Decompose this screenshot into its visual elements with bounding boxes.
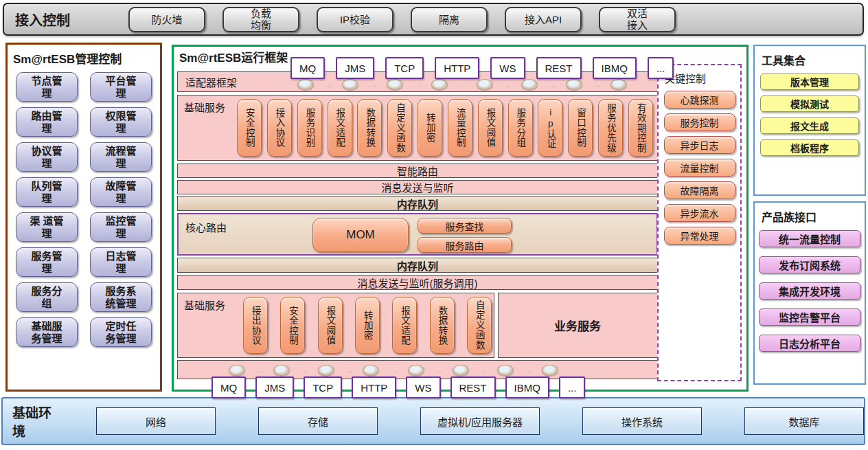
access-control-button[interactable]: 接入API bbox=[505, 7, 582, 32]
protocol-box[interactable]: WS bbox=[490, 57, 525, 79]
service-pill[interactable]: 自定义函数 bbox=[387, 99, 412, 157]
management-button[interactable]: 路由管理 bbox=[16, 107, 78, 137]
service-pill[interactable]: 服务分组 bbox=[508, 99, 533, 157]
service-pill[interactable]: 窗口控制 bbox=[568, 99, 593, 157]
key-control-button[interactable]: 心跳探测 bbox=[664, 91, 735, 109]
message-listen-band: 消息发送与监听 bbox=[177, 180, 658, 194]
product-family-button[interactable]: 日志分析平台 bbox=[759, 335, 860, 352]
management-button[interactable]: 节点管理 bbox=[16, 72, 78, 102]
key-control-button[interactable]: 故障隔离 bbox=[664, 181, 735, 199]
service-pill[interactable]: 接入协议 bbox=[267, 99, 292, 157]
product-family-panel: 产品族接口 统一流量控制发布订阅系统集成开发环境监控告警平台日志分析平台 bbox=[753, 201, 866, 385]
connector-node-icon bbox=[229, 365, 245, 376]
service-pill[interactable]: 接出协议 bbox=[243, 297, 268, 354]
service-route-box[interactable]: 服务路由 bbox=[418, 237, 512, 253]
management-button[interactable]: 渠 道管理 bbox=[16, 212, 78, 242]
protocol-box[interactable]: ... bbox=[648, 57, 674, 79]
protocol-box[interactable]: HTTP bbox=[435, 57, 479, 79]
protocol-box[interactable]: MQ bbox=[290, 57, 325, 79]
key-control-button[interactable]: 服务控制 bbox=[664, 113, 735, 131]
service-pill[interactable]: 转加密 bbox=[355, 297, 380, 354]
tool-button[interactable]: 报文生成 bbox=[760, 117, 859, 134]
protocol-box[interactable]: JMS bbox=[336, 57, 374, 79]
service-pill[interactable]: 数据转换 bbox=[430, 297, 455, 354]
management-button[interactable]: 协议管理 bbox=[16, 142, 78, 172]
key-control-button[interactable]: 流量控制 bbox=[664, 159, 735, 177]
esb-architecture-diagram: 接入控制 防火墙负载 均衡IP校验隔离接入API双活 接入 Sm@rtESB管理… bbox=[0, 0, 868, 450]
management-button[interactable]: 流程管理 bbox=[90, 142, 152, 172]
service-lookup-box[interactable]: 服务查找 bbox=[418, 218, 512, 234]
service-pill[interactable]: 安全控制 bbox=[280, 297, 305, 354]
environment-box[interactable]: 存储 bbox=[258, 407, 378, 435]
product-family-button[interactable]: 监控告警平台 bbox=[759, 308, 860, 326]
smart-routing-band: 智能路由 bbox=[177, 164, 658, 178]
flow-arrow-icon: → bbox=[323, 79, 333, 90]
flow-arrow-icon: → bbox=[591, 79, 602, 90]
protocol-box[interactable]: TCP bbox=[385, 57, 424, 79]
connector-node-icon bbox=[387, 79, 403, 90]
key-control-button[interactable]: 异步日志 bbox=[664, 136, 735, 154]
protocol-box[interactable]: TCP bbox=[304, 376, 342, 398]
protocol-box[interactable]: REST bbox=[450, 376, 496, 398]
connector-node-icon bbox=[342, 79, 358, 90]
service-pill[interactable]: 报文适配 bbox=[392, 297, 417, 354]
tool-button[interactable]: 版本管理 bbox=[760, 74, 859, 90]
management-button[interactable]: 定时任务管理 bbox=[90, 317, 152, 347]
product-family-button[interactable]: 发布订阅系统 bbox=[759, 256, 860, 273]
flow-arrow-icon: → bbox=[343, 365, 354, 376]
management-button[interactable]: 平台管理 bbox=[90, 72, 152, 102]
service-pill[interactable]: 服务识别 bbox=[297, 99, 322, 157]
tool-button[interactable]: 模拟测试 bbox=[760, 95, 859, 112]
service-pill[interactable]: 报文阈值 bbox=[478, 99, 503, 157]
mom-box[interactable]: MOM bbox=[312, 218, 409, 252]
environment-box[interactable]: 虚拟机/应用服务器 bbox=[420, 407, 540, 435]
management-button[interactable]: 服务管理 bbox=[16, 247, 78, 277]
protocol-box[interactable]: REST bbox=[536, 57, 582, 79]
management-button[interactable]: 基础服务管理 bbox=[16, 317, 78, 347]
access-control-bar: 接入控制 防火墙负载 均衡IP校验隔离接入API双活 接入 bbox=[3, 3, 864, 36]
connector-node-icon bbox=[497, 365, 514, 376]
management-button[interactable]: 服务系统管理 bbox=[90, 282, 152, 312]
service-pill[interactable]: 自定义函数 bbox=[467, 297, 492, 354]
service-pill[interactable]: 转加密 bbox=[418, 99, 442, 157]
flow-arrow-icon: → bbox=[502, 79, 512, 90]
management-button[interactable]: 监控管理 bbox=[90, 212, 152, 242]
protocol-box[interactable]: IBMQ bbox=[505, 376, 549, 398]
service-pill[interactable]: 有效期控制 bbox=[628, 99, 653, 157]
management-button[interactable]: 服务分组 bbox=[16, 282, 78, 312]
access-control-button[interactable]: 双活 接入 bbox=[599, 7, 676, 32]
service-pill[interactable]: ip认证 bbox=[538, 99, 562, 157]
environment-box[interactable]: 数据库 bbox=[744, 407, 864, 435]
service-pill[interactable]: 流量控制 bbox=[448, 99, 472, 157]
access-control-button[interactable]: 负载 均衡 bbox=[222, 7, 299, 32]
protocol-box[interactable]: ... bbox=[559, 376, 586, 398]
key-control-button[interactable]: 异步流水 bbox=[664, 204, 735, 222]
access-control-button[interactable]: 隔离 bbox=[411, 7, 488, 32]
product-family-button[interactable]: 统一流量控制 bbox=[759, 230, 860, 247]
connector-node-icon bbox=[431, 79, 448, 90]
management-button[interactable]: 权限管理 bbox=[90, 107, 152, 137]
service-pill[interactable]: 报文适配 bbox=[328, 99, 352, 157]
connector-node-icon bbox=[318, 365, 334, 376]
tools-title: 工具集合 bbox=[755, 46, 865, 69]
environment-box[interactable]: 网络 bbox=[96, 407, 216, 435]
protocol-box[interactable]: IBMQ bbox=[593, 57, 637, 79]
tool-button[interactable]: 档板程序 bbox=[760, 139, 859, 156]
protocol-box[interactable]: HTTP bbox=[352, 376, 396, 398]
access-control-button[interactable]: IP校验 bbox=[317, 7, 393, 32]
protocol-box[interactable]: MQ bbox=[212, 376, 246, 398]
management-button[interactable]: 日志管理 bbox=[90, 247, 152, 277]
service-pill[interactable]: 安全控制 bbox=[237, 99, 262, 157]
key-control-button[interactable]: 异常处理 bbox=[664, 227, 735, 245]
service-pill[interactable]: 报文阈值 bbox=[318, 297, 343, 354]
environment-box[interactable]: 操作系统 bbox=[582, 407, 702, 435]
protocol-box[interactable]: WS bbox=[406, 376, 440, 398]
management-button[interactable]: 队列管理 bbox=[16, 177, 78, 207]
memory-queue-label-1: 内存队列 bbox=[397, 196, 438, 211]
protocol-box[interactable]: JMS bbox=[255, 376, 294, 398]
management-button[interactable]: 故障管理 bbox=[90, 177, 152, 207]
service-pill[interactable]: 数据转换 bbox=[357, 99, 382, 157]
access-control-button[interactable]: 防火墙 bbox=[128, 7, 205, 32]
service-pill[interactable]: 服务优先级 bbox=[598, 99, 623, 157]
product-family-button[interactable]: 集成开发环境 bbox=[759, 282, 860, 300]
